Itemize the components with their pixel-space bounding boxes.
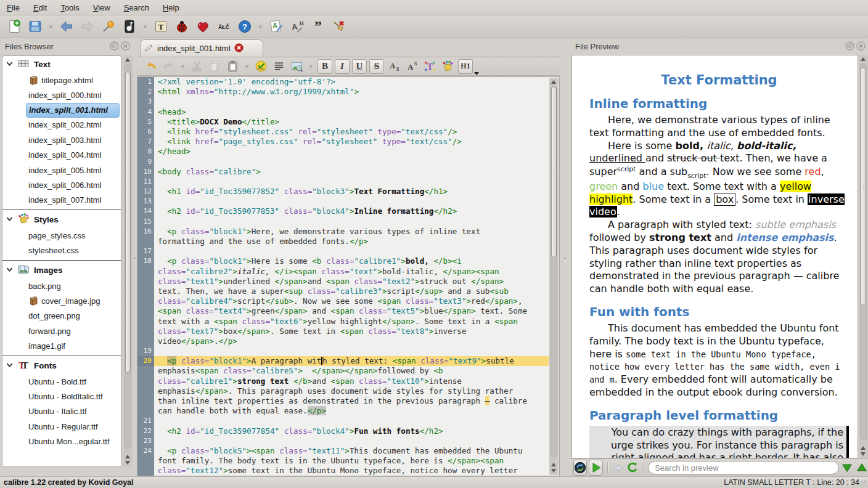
file-item-index-split-000-html[interactable]: index_split_000.html: [2, 87, 121, 102]
tab-index-split-001[interactable]: index_split_001.html: [140, 39, 263, 57]
editor-scrollbar[interactable]: [549, 78, 559, 475]
heading-level-button[interactable]: H1: [458, 59, 473, 74]
reload-preview-icon[interactable]: [573, 460, 587, 476]
scroll-up-icon[interactable]: [551, 80, 556, 84]
file-item-image1-gif[interactable]: image1.gif: [2, 338, 121, 353]
pin-icon[interactable]: [100, 18, 117, 35]
file-item-page-styles-css[interactable]: page_styles.css: [2, 228, 121, 243]
remove-unused-css-icon[interactable]: [330, 18, 348, 35]
back-icon[interactable]: [58, 18, 75, 35]
file-item-ubuntu-mon-egular-ttf[interactable]: Ubuntu Mon...egular.ttf: [2, 434, 121, 449]
check-book-icon[interactable]: [173, 18, 190, 35]
file-item-index-split-006-html[interactable]: index_split_006.html: [2, 177, 121, 192]
dropdown-arrow-icon[interactable]: [474, 72, 479, 75]
left-splitter[interactable]: [133, 38, 137, 476]
find-previous-icon[interactable]: [856, 460, 868, 475]
redo-icon[interactable]: [161, 59, 176, 74]
italic-button[interactable]: I: [335, 59, 350, 74]
file-item-index-split-004-html[interactable]: index_split_004.html: [2, 148, 121, 163]
menu-view[interactable]: View: [86, 1, 117, 14]
code-editor[interactable]: 1<?xml version='1.0' encoding='utf-8'?>2…: [137, 76, 560, 476]
scroll-up-icon[interactable]: [861, 446, 866, 450]
insert-image-icon[interactable]: [289, 59, 305, 74]
search-in-preview-input[interactable]: [648, 461, 839, 474]
file-item-index-split-001-html[interactable]: index_split_001.html: [26, 103, 120, 118]
scroll-up-icon[interactable]: [861, 57, 866, 61]
subscript-icon[interactable]: AS: [387, 59, 402, 74]
smarten-punctuation-icon[interactable]: ”: [309, 18, 327, 35]
file-item-index-split-003-html[interactable]: index_split_003.html: [2, 132, 121, 147]
file-item-forward-png[interactable]: forward.png: [2, 323, 121, 338]
menu-help[interactable]: Help: [156, 1, 186, 14]
undo-icon[interactable]: [143, 59, 158, 74]
file-item-index-split-007-html[interactable]: index_split_007.html: [2, 193, 121, 208]
scrollbar-thumb[interactable]: [125, 71, 131, 373]
cut-icon[interactable]: [189, 59, 205, 74]
resize-grip[interactable]: [860, 480, 867, 487]
scroll-down-icon[interactable]: [861, 452, 866, 456]
donate-icon[interactable]: [194, 18, 211, 35]
file-item-index-split-002-html[interactable]: index_split_002.html: [2, 118, 121, 132]
tab-close-icon[interactable]: [234, 43, 244, 54]
file-item-back-png[interactable]: back.png: [2, 279, 121, 293]
save-icon[interactable]: [27, 18, 44, 35]
text-color-icon[interactable]: T: [422, 59, 438, 74]
bold-button[interactable]: B: [317, 59, 332, 74]
strikethrough-button[interactable]: S: [369, 59, 384, 74]
float-panel-button[interactable]: [845, 41, 854, 51]
chevron-down-icon[interactable]: [6, 266, 13, 275]
file-item-dot-green-png[interactable]: dot_green.png: [2, 309, 121, 323]
forward-icon[interactable]: [79, 18, 96, 35]
paste-icon[interactable]: [225, 59, 240, 74]
scrollbar-thumb[interactable]: [861, 67, 866, 306]
section-images[interactable]: Images: [2, 262, 121, 279]
menu-tools[interactable]: Tools: [54, 1, 86, 14]
section-fonts[interactable]: TTFonts: [2, 357, 121, 374]
preview-scrollbar[interactable]: [859, 55, 868, 458]
arrange-files-icon[interactable]: A: [268, 18, 285, 35]
run-icon[interactable]: [589, 460, 602, 476]
file-item-titlepage-xhtml[interactable]: titlepage.xhtml: [2, 73, 121, 87]
section-styles[interactable]: Styles: [2, 211, 121, 228]
scroll-up-icon[interactable]: [551, 463, 556, 466]
help-icon[interactable]: ?: [236, 18, 253, 35]
menu-file[interactable]: File: [0, 1, 27, 14]
scroll-down-icon[interactable]: [125, 461, 130, 465]
chevron-down-icon[interactable]: [6, 361, 13, 370]
file-item-index-split-005-html[interactable]: index_split_005.html: [2, 163, 121, 177]
edit-title-icon[interactable]: T: [152, 18, 170, 35]
superscript-icon[interactable]: AS: [404, 59, 420, 74]
find-next-icon[interactable]: [841, 460, 853, 475]
copy-icon[interactable]: [207, 59, 223, 74]
scroll-up-icon[interactable]: [125, 455, 130, 458]
scroll-down-icon[interactable]: [551, 469, 556, 473]
file-item-ubuntu-regular-ttf[interactable]: Ubuntu - Regular.ttf: [2, 419, 121, 434]
file-item-stylesheet-css[interactable]: stylesheet.css: [2, 243, 121, 258]
menu-search[interactable]: Search: [117, 1, 156, 14]
chevron-down-icon[interactable]: [6, 215, 13, 224]
file-item-ubuntu-bold-ttf[interactable]: Ubuntu - Bold.ttf: [2, 374, 121, 389]
new-file-icon[interactable]: [6, 18, 23, 35]
file-item-ubuntu-italic-ttf[interactable]: Ubuntu - Italic.ttf: [2, 404, 121, 419]
beautify-html-icon[interactable]: HTML: [253, 59, 269, 74]
toc-icon[interactable]: [121, 18, 138, 35]
sync-position-icon[interactable]: [612, 460, 624, 475]
close-panel-button[interactable]: [121, 41, 130, 51]
scrollbar-thumb[interactable]: [551, 86, 557, 258]
compare-icon[interactable]: AB: [289, 18, 306, 35]
spellcheck-icon[interactable]: ÅŁČ: [215, 18, 232, 35]
files-scrollbar[interactable]: [123, 55, 133, 467]
file-item-ubuntu-bolditalic-ttf[interactable]: Ubuntu - BoldItalic.ttf: [2, 389, 121, 404]
section-text[interactable]: Text: [2, 56, 121, 73]
underline-button[interactable]: U: [352, 59, 367, 74]
float-panel-button[interactable]: [110, 41, 119, 51]
chevron-down-icon[interactable]: [6, 60, 13, 69]
right-splitter[interactable]: [560, 38, 570, 476]
close-panel-button[interactable]: [856, 41, 866, 51]
background-color-icon[interactable]: [440, 59, 456, 74]
fill-paragraph-icon[interactable]: [271, 59, 287, 74]
scroll-up-icon[interactable]: [125, 58, 130, 62]
file-item-cover-image-jpg[interactable]: cover_image.jpg: [2, 293, 121, 308]
refresh-icon[interactable]: [626, 460, 639, 475]
menu-edit[interactable]: Edit: [27, 1, 54, 14]
